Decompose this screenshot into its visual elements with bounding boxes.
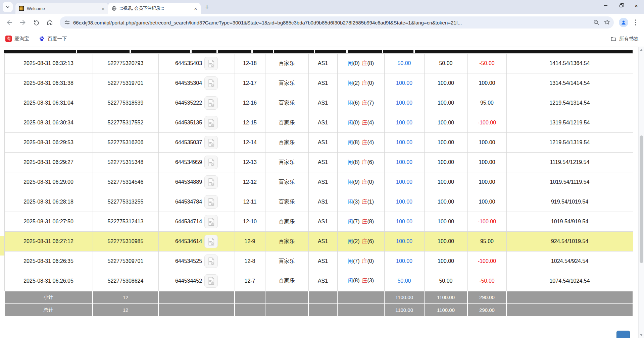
game-number: 644534452 (175, 278, 202, 284)
order-number: 522775316206 (93, 133, 158, 153)
video-replay-button[interactable] (204, 175, 218, 189)
banker-points: (8) (367, 219, 374, 224)
bet-row[interactable]: 2025-08-31 06:26:05522775308624644534452… (4, 271, 633, 291)
video-replay-icon (207, 59, 216, 68)
scrollbar-thumb[interactable] (640, 135, 643, 263)
bet-row[interactable]: 2025-08-31 06:30:34522775317552644535135… (4, 113, 633, 133)
video-replay-button[interactable] (204, 195, 218, 209)
scroll-up-arrow-icon[interactable] (640, 49, 643, 51)
bet-row[interactable]: 2025-08-31 06:27:50522775312413644534714… (4, 212, 633, 232)
win-loss: 100.00 (467, 172, 506, 192)
bookmark-baidu[interactable]: 百度一下 (39, 36, 67, 42)
bet-row[interactable]: 2025-08-31 06:29:00522775314546644534889… (4, 172, 633, 192)
win-loss: 100.00 (467, 73, 506, 93)
order-number: 522775319701 (93, 73, 158, 93)
bet-amount: 50.00 (384, 271, 424, 291)
bet-time: 2025-08-31 06:31:04 (4, 93, 93, 113)
tab-welcome[interactable]: Welcome × (15, 3, 108, 14)
game-name: 百家乐 (265, 153, 308, 172)
menu-button[interactable] (631, 16, 641, 29)
banker-result: 庄 (362, 199, 367, 205)
game-number-wrap: 644534614 (160, 235, 234, 248)
table-name: AS1 (308, 133, 337, 153)
all-bookmarks-button[interactable]: 所有书签 (605, 35, 639, 43)
video-replay-button[interactable] (204, 255, 218, 268)
table-name: AS1 (308, 212, 337, 232)
bookmark-taobao[interactable]: 淘 爱淘宝 (5, 36, 29, 42)
vertical-scrollbar[interactable] (638, 47, 644, 338)
player-result: 闲 (348, 139, 353, 145)
video-replay-button[interactable] (204, 116, 218, 129)
banker-result: 庄 (362, 139, 367, 145)
address-bar[interactable]: 66cxkj98.com/ipl/portal.php/game/betreco… (60, 16, 614, 29)
game-number: 644535037 (175, 139, 202, 146)
bet-row[interactable]: 2025-08-31 06:28:18522775313255644534784… (4, 192, 633, 212)
window-controls: × (598, 0, 644, 11)
game-number-cell: 644535403 (158, 54, 235, 73)
banker-points: (0) (367, 80, 374, 86)
video-replay-icon (207, 138, 216, 147)
minimize-button[interactable] (598, 0, 613, 11)
bet-row[interactable]: 2025-08-31 06:26:35522775309701644534525… (4, 251, 633, 271)
tab-close-icon[interactable]: × (100, 5, 106, 11)
video-replay-button[interactable] (204, 76, 218, 90)
video-replay-icon (207, 237, 216, 246)
bet-row[interactable]: 2025-08-31 06:29:53522775316206644535037… (4, 133, 633, 153)
order-number: 522775312413 (93, 212, 158, 232)
bet-row[interactable]: 2025-08-31 06:31:38522775319701644535304… (4, 73, 633, 93)
video-replay-button[interactable] (204, 215, 218, 228)
video-replay-button[interactable] (204, 235, 218, 248)
tab-strip: Welcome × :::视讯, 会员下注纪录::: × + × (0, 0, 644, 14)
round-number: 12-7 (235, 271, 265, 291)
video-replay-button[interactable] (204, 156, 218, 169)
bet-result: 闲(8)庄(4) (337, 133, 384, 153)
win-loss: -50.00 (467, 54, 506, 73)
tune-icon[interactable] (64, 19, 70, 26)
footer-count: 12 (93, 304, 158, 317)
bet-row[interactable]: 2025-08-31 06:31:04522775318539644535222… (4, 93, 633, 113)
win-loss: 95.00 (467, 93, 506, 113)
table-header-strip-segment (77, 50, 130, 53)
footer-label: 小计 (4, 291, 93, 304)
tab-search-button[interactable] (3, 2, 13, 12)
bet-time: 2025-08-31 06:32:13 (4, 54, 93, 73)
game-number-cell: 644534784 (158, 192, 235, 212)
player-points: (7) (353, 219, 360, 224)
bet-row[interactable]: 2025-08-31 06:32:13522775320793644535403… (4, 54, 633, 73)
maximize-button[interactable] (613, 0, 629, 11)
tab-bet-record[interactable]: :::视讯, 会员下注纪录::: × (108, 3, 201, 14)
video-replay-button[interactable] (204, 57, 218, 70)
win-loss: -100.00 (467, 113, 506, 133)
win-loss: 100.00 (467, 153, 506, 172)
bet-row[interactable]: 2025-08-31 06:29:27522775315348644534959… (4, 153, 633, 172)
video-replay-button[interactable] (204, 96, 218, 110)
scroll-down-arrow-icon[interactable] (640, 334, 643, 336)
game-name: 百家乐 (265, 73, 308, 93)
back-button[interactable] (3, 16, 15, 29)
round-number: 12-17 (235, 73, 265, 93)
bookmark-star-button[interactable] (602, 17, 612, 28)
valid-amount: 50.00 (424, 271, 467, 291)
video-replay-button[interactable] (204, 274, 218, 288)
tab-close-icon[interactable]: × (193, 5, 199, 11)
footer-bet-total: 1100.00 (384, 291, 424, 304)
footer-winloss-total: 290.00 (467, 304, 506, 317)
reload-button[interactable] (30, 16, 42, 29)
home-button[interactable] (44, 16, 56, 29)
balance: 1219.54/1319.54 (506, 133, 633, 153)
zoom-button[interactable] (591, 17, 602, 28)
footer-empty (308, 304, 337, 317)
player-points: (8) (353, 139, 360, 145)
balance: 1019.54/919.54 (506, 212, 633, 232)
bet-row[interactable]: 2025-08-31 06:27:12522775310985644534614… (4, 232, 633, 251)
game-name: 百家乐 (265, 133, 308, 153)
forward-button[interactable] (17, 16, 29, 29)
new-tab-button[interactable]: + (202, 2, 212, 12)
pagination-button[interactable] (616, 331, 630, 338)
video-replay-button[interactable] (204, 136, 218, 149)
close-button[interactable]: × (629, 0, 644, 11)
bet-result: 闲(7)庄(8) (337, 212, 384, 232)
footer-empty (506, 304, 633, 317)
game-number: 644534784 (175, 199, 202, 205)
profile-button[interactable] (618, 17, 629, 28)
